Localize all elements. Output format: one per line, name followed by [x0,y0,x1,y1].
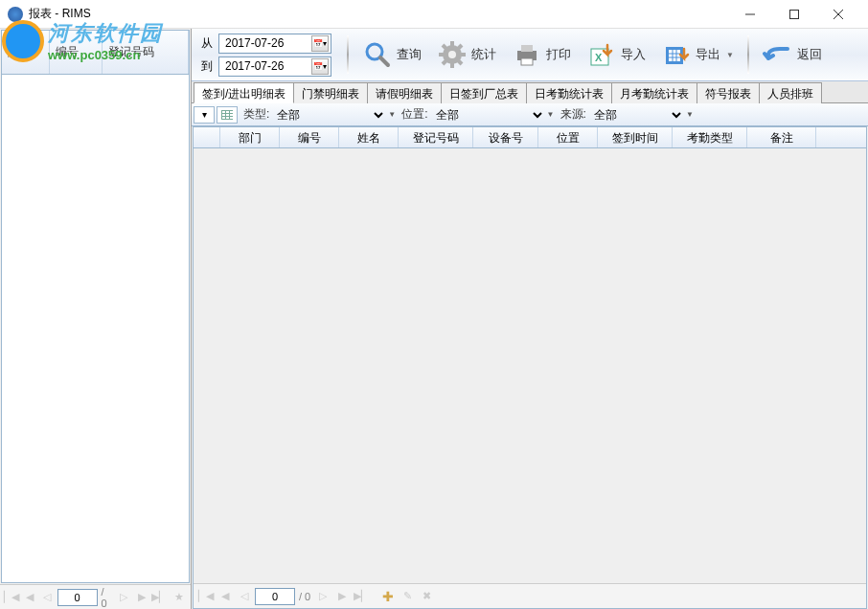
window-title: 报表 - RIMS [29,6,91,22]
tab-leave-detail[interactable]: 请假明细表 [367,82,442,103]
main-grid-header: 部门 编号 姓名 登记号码 设备号 位置 签到时间 考勤类型 备注 [194,127,866,148]
nav-next-icon[interactable]: ▶ [333,588,351,605]
grid-col-number[interactable]: 编号 [280,127,339,147]
left-nav-total: / 0 [102,586,112,609]
main-grid-body[interactable] [194,148,866,583]
nav-first-icon[interactable]: ▏◀ [197,588,215,605]
date-from-input[interactable]: 2017-07-26 📅▾ [218,34,331,54]
export-label: 导出 [696,46,720,63]
left-grid-body[interactable] [2,75,189,558]
svg-point-7 [448,51,456,58]
export-icon [661,39,692,70]
grid-col-dept[interactable]: 部门 [220,127,280,147]
back-label: 返回 [797,46,822,63]
dropdown-arrow-icon: ▼ [686,110,694,119]
import-icon: X [586,39,617,70]
nav-first-icon[interactable]: ▏◀ [4,589,20,606]
left-col-regcode[interactable]: 登记号码 [103,31,189,74]
dropdown-arrow-icon: ▼ [726,51,734,59]
close-button[interactable] [816,0,860,29]
import-button[interactable]: X 导入 [581,35,651,74]
nav-next-icon[interactable]: ▶ [133,589,149,606]
date-range-block: 从 2017-07-26 📅▾ 到 2017-07-26 📅▾ [199,34,331,77]
filter-loc-label: 位置: [401,106,427,123]
import-label: 导入 [621,46,646,63]
dropdown-arrow-icon: ▼ [388,110,396,119]
grid-col-checktime[interactable]: 签到时间 [598,127,673,147]
filter-toggle-button[interactable]: ▾ [194,106,215,124]
svg-line-15 [443,59,447,64]
tab-access-detail[interactable]: 门禁明细表 [293,82,368,103]
nav-prev-icon[interactable]: ◀ [217,588,234,605]
svg-rect-18 [521,58,533,65]
grid-col-remark[interactable]: 备注 [747,127,816,147]
add-record-icon[interactable]: ✚ [379,588,397,605]
tab-personnel-schedule[interactable]: 人员排班 [759,82,822,103]
nav-prevrec-icon[interactable]: ◁ [39,589,56,606]
grid-col-device[interactable]: 设备号 [473,127,538,147]
export-button[interactable]: 导出 ▼ [655,35,740,74]
nav-prevrec-icon[interactable]: ◁ [236,588,253,605]
gear-icon [437,39,468,70]
separator-icon [347,35,349,74]
nav-nextrec-icon[interactable]: ▷ [314,588,331,605]
back-button[interactable]: 返回 [757,35,828,74]
main-grid-footer: ▏◀ ◀ ◁ / 0 ▷ ▶ ▶▏ ✚ ✎ ✖ [194,583,866,608]
tab-checkin-detail[interactable]: 签到/进出明细表 [194,82,294,103]
grid-col-name[interactable]: 姓名 [339,127,399,147]
left-grid-footer: ▏◀ ◀ ◁ / 0 ▷ ▶ ▶▏ ★ [0,584,191,609]
grid-col-regcode[interactable]: 登记号码 [399,127,473,147]
date-to-input[interactable]: 2017-07-26 📅▾ [218,56,331,77]
filter-bar: ▾ 类型: 全部 ▼ 位置: 全部 ▼ 来源: 全部 ▼ [192,103,868,126]
svg-line-13 [457,59,462,64]
print-button[interactable]: 打印 [506,35,577,74]
search-icon [362,39,393,70]
delete-record-icon[interactable]: ✖ [418,588,435,605]
query-button[interactable]: 查询 [356,35,427,74]
filter-src-label: 来源: [560,106,586,123]
tab-bar: 签到/进出明细表 门禁明细表 请假明细表 日签到厂总表 日考勤统计表 月考勤统计… [192,81,868,103]
nav-nextrec-icon[interactable]: ▷ [116,589,132,606]
svg-rect-1 [790,10,799,18]
minimize-button[interactable] [728,0,772,29]
separator-icon [747,35,749,74]
titlebar: 报表 - RIMS [0,0,868,29]
date-from-label: 从 [199,35,215,52]
filter-loc-select[interactable]: 全部 [430,105,545,124]
nav-star-icon[interactable]: ★ [171,589,187,606]
back-arrow-icon [763,39,793,70]
left-panel: 姓名 编号 登记号码 ▏◀ ◀ ◁ / 0 ▷ ▶ ▶▏ ★ [0,29,192,609]
date-from-value: 2017-07-26 [225,36,284,50]
grid-col-indicator[interactable] [194,127,220,147]
left-col-name[interactable]: 姓名 [2,31,50,74]
calendar-icon[interactable]: 📅▾ [311,35,329,52]
svg-line-14 [457,45,462,50]
svg-text:X: X [595,52,603,63]
stats-button[interactable]: 统计 [431,35,502,74]
grid-col-location[interactable]: 位置 [538,127,598,147]
edit-record-icon[interactable]: ✎ [399,588,416,605]
date-to-label: 到 [199,58,215,75]
app-icon [8,7,23,22]
tab-symbol-report[interactable]: 符号报表 [697,82,760,103]
titlebar-left: 报表 - RIMS [8,6,91,22]
nav-last-icon[interactable]: ▶▏ [353,588,370,605]
tab-monthly-attendance-stats[interactable]: 月考勤统计表 [611,82,697,103]
maximize-button[interactable] [772,0,816,29]
left-col-number[interactable]: 编号 [50,31,103,74]
filter-type-label: 类型: [243,106,269,123]
tab-daily-checkin-summary[interactable]: 日签到厂总表 [441,82,527,103]
nav-last-icon[interactable]: ▶▏ [151,589,168,606]
main-nav-current[interactable] [255,588,295,605]
nav-prev-icon[interactable]: ◀ [22,589,38,606]
query-label: 查询 [397,46,422,63]
filter-src-select[interactable]: 全部 [588,105,684,124]
left-nav-current[interactable] [57,589,98,606]
calendar-icon[interactable]: 📅▾ [311,58,329,75]
print-label: 打印 [546,46,571,63]
grid-col-attendtype[interactable]: 考勤类型 [673,127,747,147]
tab-daily-attendance-stats[interactable]: 日考勤统计表 [526,82,612,103]
filter-type-select[interactable]: 全部 [271,105,386,124]
toolbar: 从 2017-07-26 📅▾ 到 2017-07-26 📅▾ [192,29,868,81]
grid-view-icon[interactable] [217,106,238,124]
